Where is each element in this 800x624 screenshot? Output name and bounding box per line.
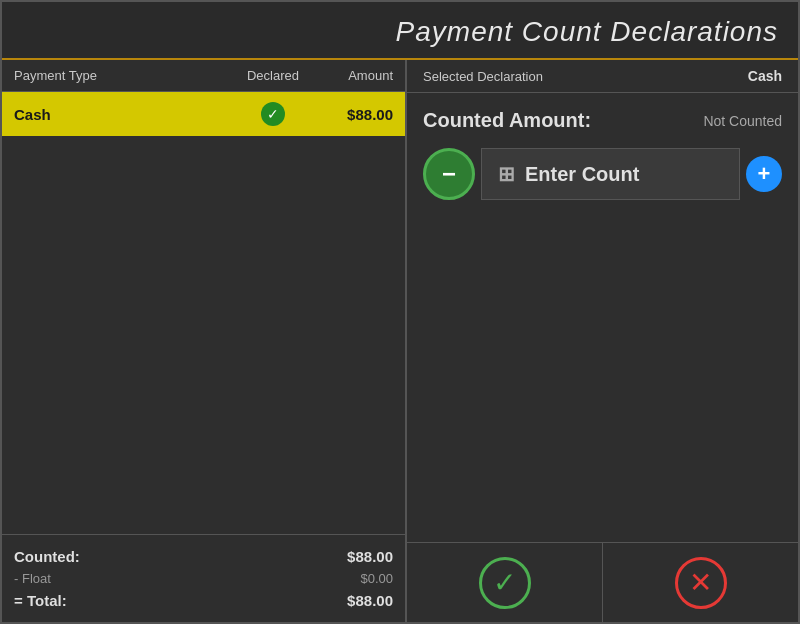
col-header-declared: Declared xyxy=(233,68,313,83)
counted-value: $88.00 xyxy=(347,548,393,565)
right-panel: Selected Declaration Cash Counted Amount… xyxy=(407,60,798,622)
float-label: - Float xyxy=(14,571,51,586)
right-footer: ✓ ✕ xyxy=(407,542,798,622)
col-header-amount: Amount xyxy=(313,68,393,83)
table-body: Cash ✓ $88.00 xyxy=(2,92,405,534)
confirm-button[interactable]: ✓ xyxy=(407,543,603,622)
footer-total-row: = Total: $88.00 xyxy=(14,589,393,612)
x-icon: ✕ xyxy=(689,566,712,599)
confirm-circle: ✓ xyxy=(479,557,531,609)
page-title: Payment Count Declarations xyxy=(22,16,778,48)
table-row[interactable]: Cash ✓ $88.00 xyxy=(2,92,405,136)
right-body: Counted Amount: Not Counted − ⊞ Enter Co… xyxy=(407,93,798,542)
counted-amount-label: Counted Amount: xyxy=(423,109,591,132)
plus-button[interactable]: + xyxy=(746,156,782,192)
col-header-payment-type: Payment Type xyxy=(14,68,233,83)
counted-amount-row: Counted Amount: Not Counted xyxy=(423,109,782,132)
footer-counted-row: Counted: $88.00 xyxy=(14,545,393,568)
minus-icon: − xyxy=(442,160,456,188)
calculator-icon: ⊞ xyxy=(498,162,515,186)
total-label: = Total: xyxy=(14,592,67,609)
total-value: $88.00 xyxy=(347,592,393,609)
selected-declaration-value: Cash xyxy=(748,68,782,84)
footer-float-row: - Float $0.00 xyxy=(14,568,393,589)
row-amount-value: $88.00 xyxy=(313,106,393,123)
left-panel: Payment Type Declared Amount Cash ✓ $88.… xyxy=(2,60,407,622)
right-header: Selected Declaration Cash xyxy=(407,60,798,93)
row-payment-type-label: Cash xyxy=(14,106,233,123)
left-footer: Counted: $88.00 - Float $0.00 = Total: $… xyxy=(2,534,405,622)
main-content: Payment Type Declared Amount Cash ✓ $88.… xyxy=(2,60,798,622)
selected-declaration-label: Selected Declaration xyxy=(423,69,543,84)
cancel-circle: ✕ xyxy=(675,557,727,609)
enter-count-button[interactable]: ⊞ Enter Count xyxy=(481,148,740,200)
counted-label: Counted: xyxy=(14,548,80,565)
checkmark-icon: ✓ xyxy=(493,566,516,599)
minus-button[interactable]: − xyxy=(423,148,475,200)
action-row: − ⊞ Enter Count + xyxy=(423,148,782,200)
check-icon: ✓ xyxy=(261,102,285,126)
not-counted-label: Not Counted xyxy=(703,113,782,129)
cancel-button[interactable]: ✕ xyxy=(603,543,798,622)
plus-icon: + xyxy=(758,161,771,187)
enter-count-label: Enter Count xyxy=(525,163,639,186)
table-header: Payment Type Declared Amount xyxy=(2,60,405,92)
float-value: $0.00 xyxy=(360,571,393,586)
title-bar: Payment Count Declarations xyxy=(2,2,798,60)
row-declared-icon: ✓ xyxy=(233,102,313,126)
main-window: Payment Count Declarations Payment Type … xyxy=(0,0,800,624)
